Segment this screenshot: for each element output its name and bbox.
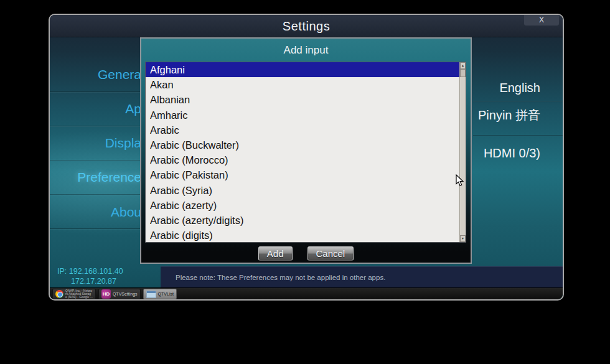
sidebar-item-about[interactable]: Abou [50,204,141,220]
cancel-button[interactable]: Cancel [307,246,354,261]
language-list: Afghani Akan Albanian Amharic Arabic Ara… [145,62,466,243]
hd-app-icon: HD [101,289,111,299]
taskbar-qtvlist-button[interactable]: QTVList [143,289,177,299]
scroll-up-icon[interactable]: ▲ [460,62,466,69]
scrollbar[interactable]: ▲ ▼ [459,62,466,242]
list-item[interactable]: Albanian [146,92,466,107]
separator [50,228,140,229]
value-display-output[interactable]: HDMI 0/3) [484,145,540,161]
list-item[interactable]: Arabic (Morocco) [146,152,466,167]
value-language[interactable]: English [499,80,540,96]
mouse-cursor [456,174,465,187]
close-button[interactable]: X [524,15,559,26]
qtvsettings-label: QTVSettings [113,292,138,296]
chrome-task-label: QNAP, Inc. - Netwo rk Attached Storag e … [65,289,93,299]
list-item[interactable]: Arabic (Pakistan) [146,167,466,182]
window-app-icon [146,291,156,298]
ip-address-block: IP: 192.168.101.40 172.17.20.87 [57,266,123,286]
window-title: Settings [50,15,563,37]
list-item[interactable]: Arabic (Buckwalter) [146,138,466,152]
separator [473,101,563,101]
add-input-dialog: Add input Afghani Akan Albanian Amharic … [140,37,472,264]
chrome-icon [55,290,63,298]
list-item[interactable]: Arabic (azerty) [146,198,466,213]
note-text: Please note: These Preferences may not b… [176,274,385,281]
list-item[interactable]: Arabic (digits) [146,228,466,243]
sidebar-item-display[interactable]: Displa [50,135,141,151]
settings-window: Settings X Genera Ap Displa Preference A… [49,14,564,301]
sidebar-item-general[interactable]: Genera [50,67,141,83]
sidebar-item-apps[interactable]: Ap [50,101,141,117]
separator [50,91,140,92]
dialog-title: Add input [141,39,471,57]
value-input-method[interactable]: Pinyin 拼音 [478,107,540,123]
separator [50,160,140,161]
ip-line-1: IP: 192.168.101.40 [57,266,123,276]
sidebar-item-preferences[interactable]: Preference [50,169,141,185]
taskbar-qtvsettings-button[interactable]: HD QTVSettings [98,289,141,299]
ip-line-2: 172.17.20.87 [57,276,123,286]
titlebar: Settings [50,15,563,37]
add-button[interactable]: Add [258,246,293,261]
separator [50,126,140,126]
note-bar: Please note: These Preferences may not b… [161,266,563,287]
list-item[interactable]: Arabic (azerty/digits) [146,213,466,228]
scroll-down-icon[interactable]: ▼ [460,235,466,242]
list-item[interactable]: Akan [146,77,466,92]
list-item[interactable]: Arabic [146,123,466,138]
list-item[interactable]: Amharic [146,108,466,123]
separator [50,194,140,195]
separator [473,135,563,136]
qtvlist-label: QTVList [158,292,174,296]
list-item[interactable]: Afghani [146,62,466,77]
scrollbar-thumb[interactable] [460,69,466,77]
taskbar-chrome-button[interactable]: QNAP, Inc. - Netwo rk Attached Storag e … [52,289,96,299]
list-item[interactable]: Arabic (Syria) [146,183,466,198]
taskbar: QNAP, Inc. - Netwo rk Attached Storag e … [50,287,563,299]
